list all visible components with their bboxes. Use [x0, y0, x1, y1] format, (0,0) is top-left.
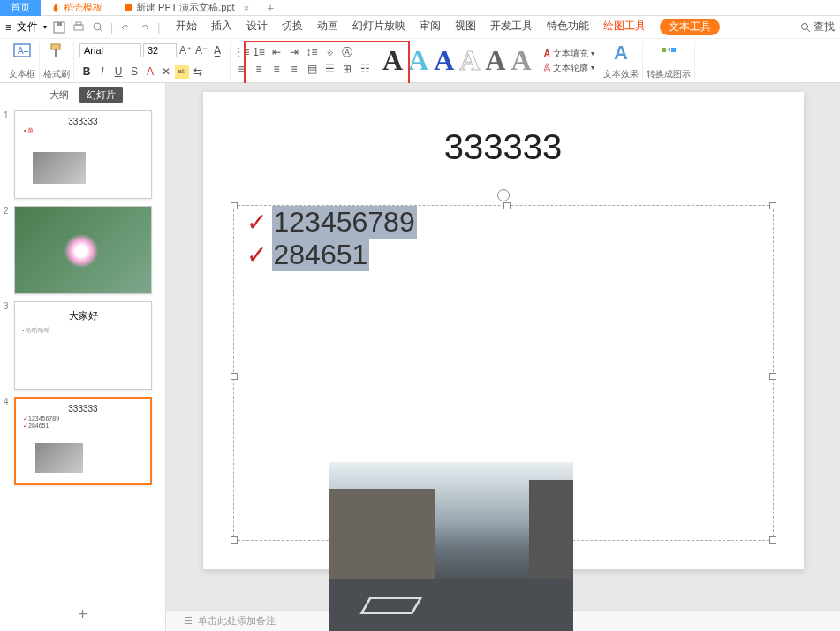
resize-handle[interactable]	[769, 202, 776, 209]
add-slide-button[interactable]: +	[0, 598, 165, 631]
clear-format-button[interactable]: ✕	[159, 65, 173, 79]
selected-text[interactable]: 284651	[272, 239, 370, 271]
align-text-button[interactable]: Ⓐ	[340, 45, 354, 59]
wordart-style-3[interactable]: A	[434, 44, 454, 77]
preview-icon[interactable]	[91, 20, 105, 34]
bullets-button[interactable]: ⋮≡	[234, 45, 248, 59]
textbox-icon[interactable]: A=	[12, 42, 32, 61]
tab-transition[interactable]: 切换	[282, 19, 303, 35]
text-fill-button[interactable]: A文本填充▾	[544, 48, 594, 60]
slide-thumb-1[interactable]: 1 333333 • 单	[4, 110, 162, 199]
content-textbox[interactable]: ✓ 123456789 ✓ 284651	[233, 205, 774, 541]
justify-button[interactable]: ≡	[287, 62, 301, 76]
align-right-button[interactable]: ≡	[269, 62, 284, 76]
bullet-item-2[interactable]: ✓ 284651	[234, 239, 773, 271]
tab-developer[interactable]: 开发工具	[490, 19, 533, 35]
resize-handle[interactable]	[231, 202, 238, 209]
underline-button[interactable]: U	[111, 65, 125, 79]
columns-button[interactable]: ☰	[322, 62, 337, 76]
increase-font-icon[interactable]: A⁺	[178, 43, 193, 57]
svg-rect-11	[51, 44, 60, 49]
tab-stops-button[interactable]: ⊞	[340, 62, 354, 76]
resize-handle[interactable]	[231, 373, 238, 380]
resize-handle[interactable]	[769, 373, 776, 380]
text-style-group: A文本填充▾ A文本轮廓▾	[539, 48, 600, 74]
presentation-icon	[124, 4, 132, 12]
text-outline-button[interactable]: A文本轮廓▾	[544, 62, 594, 74]
convert-diagram-label: 转换成图示	[647, 68, 691, 80]
increase-indent-button[interactable]: ⇥	[287, 45, 301, 59]
svg-rect-4	[76, 22, 81, 25]
wordart-style-4[interactable]: A	[459, 44, 480, 77]
resize-handle[interactable]	[503, 202, 511, 209]
search-icon	[800, 22, 811, 33]
add-tab-button[interactable]: +	[260, 0, 281, 17]
bullet-item-1[interactable]: ✓ 123456789	[234, 206, 773, 239]
tab-home[interactable]: 首页	[0, 0, 41, 16]
bold-button[interactable]: B	[79, 65, 94, 79]
selected-text[interactable]: 123456789	[272, 206, 417, 239]
highlight-button[interactable]: ab	[175, 65, 189, 79]
tab-animation[interactable]: 动画	[317, 19, 338, 35]
tab-insert[interactable]: 插入	[211, 19, 232, 35]
slide-thumb-4[interactable]: 4 333333 ✓123456789 ✓284651	[4, 397, 162, 485]
undo-icon[interactable]	[118, 20, 132, 34]
tab-features[interactable]: 特色功能	[547, 19, 589, 35]
convert-diagram-icon[interactable]	[659, 42, 678, 61]
slide-thumb-3[interactable]: 3 大家好 • 哈哈哈哈	[4, 301, 162, 390]
format-painter-label: 格式刷	[43, 68, 70, 80]
text-direction-button[interactable]: ⟐	[322, 45, 337, 59]
thumb-title: 333333	[15, 111, 151, 126]
wordart-style-5[interactable]: A	[485, 44, 505, 77]
tab-design[interactable]: 设计	[246, 19, 268, 35]
tab-review[interactable]: 审阅	[420, 19, 441, 35]
tab-doke-templates[interactable]: 稻壳模板	[41, 0, 113, 16]
outline-tab[interactable]: 大纲	[42, 87, 76, 103]
align-left-button[interactable]: ≡	[234, 62, 248, 76]
more-para-button[interactable]: ☷	[358, 62, 372, 76]
search-button[interactable]: 查找	[800, 19, 835, 34]
character-spacing-button[interactable]: ⇆	[191, 65, 205, 79]
file-menu[interactable]: 文件	[17, 19, 38, 34]
rotate-handle[interactable]	[497, 189, 510, 201]
decrease-font-icon[interactable]: A⁻	[194, 43, 208, 57]
format-painter-icon[interactable]	[47, 42, 66, 61]
resize-handle[interactable]	[231, 536, 238, 544]
text-effects-icon[interactable]: A	[614, 42, 628, 65]
numbering-button[interactable]: 1≡	[252, 45, 266, 59]
align-center-button[interactable]: ≡	[252, 62, 266, 76]
slide-thumb-2[interactable]: 2	[4, 206, 162, 294]
svg-line-8	[807, 29, 810, 32]
italic-button[interactable]: I	[95, 65, 110, 79]
slide-image[interactable]	[329, 462, 573, 631]
tab-slideshow[interactable]: 幻灯片放映	[352, 19, 405, 35]
tab-drawing-tools[interactable]: 绘图工具	[603, 19, 646, 35]
font-color-button[interactable]: A	[143, 65, 157, 79]
decrease-indent-button[interactable]: ⇤	[269, 45, 284, 59]
tab-start[interactable]: 开始	[176, 19, 197, 35]
wordart-style-2[interactable]: A	[408, 44, 428, 77]
resize-handle[interactable]	[769, 536, 776, 544]
wordart-style-6[interactable]: A	[511, 44, 532, 77]
redo-icon[interactable]	[138, 20, 152, 34]
menu-icon[interactable]: ≡	[5, 21, 11, 34]
save-icon[interactable]	[52, 20, 66, 34]
chevron-down-icon[interactable]: ▾	[43, 23, 47, 31]
strikethrough-button[interactable]: S	[127, 65, 141, 79]
wordart-style-1[interactable]: A	[382, 44, 403, 77]
slides-tab[interactable]: 幻灯片	[79, 87, 123, 103]
slide-canvas[interactable]: 333333 ✓ 123456789 ✓	[166, 83, 840, 610]
tab-view[interactable]: 视图	[455, 19, 476, 35]
change-case-icon[interactable]: A̲	[210, 43, 224, 57]
close-icon[interactable]: ×	[244, 3, 249, 13]
slide-title[interactable]: 333333	[203, 127, 804, 167]
line-spacing-button[interactable]: ↕≡	[305, 45, 319, 59]
font-size-select[interactable]	[143, 43, 177, 57]
tab-text-tools[interactable]: 文本工具	[660, 19, 720, 35]
print-icon[interactable]	[72, 20, 86, 34]
slide[interactable]: 333333 ✓ 123456789 ✓	[203, 92, 804, 569]
tab-current-file[interactable]: 新建 PPT 演示文稿.ppt ×	[113, 0, 260, 16]
check-icon: ✓	[246, 240, 267, 270]
distribute-button[interactable]: ▤	[305, 62, 319, 76]
font-name-select[interactable]	[79, 43, 141, 57]
